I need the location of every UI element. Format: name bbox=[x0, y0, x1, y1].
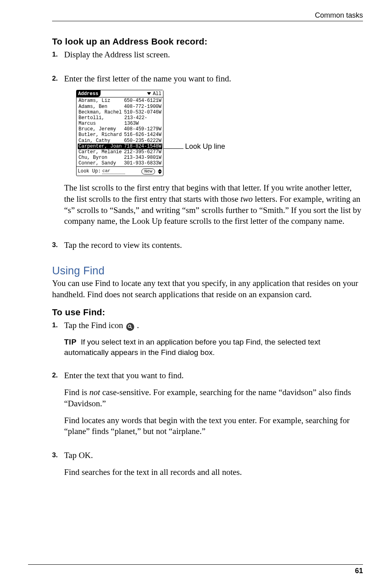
address-phone: 516-626-1424W bbox=[124, 132, 161, 138]
address-name: Carter, Melanie bbox=[79, 149, 122, 155]
step-explanation: The list scrolls to the first entry that… bbox=[64, 182, 363, 227]
palm-screen: Address All Abrams, Liz650-454-6121WAdam… bbox=[76, 90, 163, 176]
footer-rule bbox=[28, 564, 363, 565]
address-phone: 650-235-6222W bbox=[124, 138, 161, 144]
svg-point-0 bbox=[128, 325, 131, 328]
address-phone: 408-459-1279W bbox=[124, 126, 161, 132]
step-text: Enter the first letter of the name you w… bbox=[64, 73, 363, 85]
address-phone: 301-933-6833W bbox=[124, 160, 161, 166]
callout-label: Look Up line bbox=[185, 142, 225, 152]
procedure-title-find: To use Find: bbox=[52, 307, 363, 318]
address-name: Adams, Ben bbox=[79, 104, 107, 109]
address-row[interactable]: Conner, Sandy301-933-6833W bbox=[78, 160, 162, 166]
app-title: Address bbox=[77, 90, 101, 97]
new-button[interactable]: New bbox=[141, 168, 155, 174]
address-row[interactable]: Carter, Melanie212-395-6277W bbox=[78, 149, 162, 155]
address-row[interactable]: Bertolli, Marcus213-422-1363W bbox=[78, 115, 162, 126]
step-text: Display the Address list screen. bbox=[64, 49, 363, 61]
address-row[interactable]: Chu, Byron213-343-9801W bbox=[78, 155, 162, 160]
step-number: 2. bbox=[52, 73, 64, 83]
find-step-3: 3. Tap OK. Find searches for the text in… bbox=[52, 450, 363, 483]
address-screenshot-figure: Address All Abrams, Liz650-454-6121WAdam… bbox=[76, 90, 363, 176]
address-name: Butler, Richard bbox=[79, 132, 122, 138]
address-phone: 212-395-6277W bbox=[124, 149, 161, 155]
address-row[interactable]: Carpenter, Joan718-824-1548W bbox=[78, 144, 162, 149]
lookup-input[interactable]: car bbox=[102, 168, 125, 174]
step-number: 1. bbox=[52, 320, 64, 329]
find-step-1: 1. Tap the Find icon . TIP If you select… bbox=[52, 320, 363, 363]
dropdown-triangle-icon bbox=[147, 92, 151, 95]
address-phone: 408-772-1900W bbox=[124, 104, 161, 109]
address-phone: 213-343-9801W bbox=[124, 155, 161, 160]
lookup-bar: Look Up: car New bbox=[77, 166, 163, 176]
procedure-title-lookup: To look up an Address Book record: bbox=[52, 36, 363, 47]
section-intro: You can use Find to locate any text that… bbox=[52, 278, 363, 300]
address-name: Chu, Byron bbox=[79, 155, 107, 160]
address-row[interactable]: Abrams, Liz650-454-6121W bbox=[78, 98, 162, 103]
step-explanation: Find searches for the text in all record… bbox=[64, 467, 363, 478]
category-picker[interactable]: All bbox=[147, 91, 163, 97]
page-number: 61 bbox=[355, 567, 363, 575]
address-list[interactable]: Abrams, Liz650-454-6121WAdams, Ben408-77… bbox=[77, 97, 163, 166]
address-name: Beckman, Rachel bbox=[79, 109, 122, 115]
scroll-arrows[interactable] bbox=[158, 169, 162, 174]
address-row[interactable]: Adams, Ben408-772-1900W bbox=[78, 104, 162, 109]
tip-block: TIP If you select text in an application… bbox=[64, 337, 363, 357]
address-row[interactable]: Butler, Richard516-626-1424W bbox=[78, 132, 162, 138]
scroll-down-icon bbox=[158, 172, 162, 174]
step-number: 3. bbox=[52, 240, 64, 249]
address-row[interactable]: Cain, Cathy650-235-6222W bbox=[78, 138, 162, 144]
palm-titlebar: Address All bbox=[77, 90, 163, 97]
lookup-label: Look Up: bbox=[78, 168, 101, 174]
address-name: Cain, Cathy bbox=[79, 138, 110, 144]
find-step-2: 2. Enter the text that you want to find.… bbox=[52, 370, 363, 443]
step-explanation: Find is not case-sensitive. For example,… bbox=[64, 387, 363, 409]
section-heading-using-find: Using Find bbox=[52, 265, 363, 277]
callout: Look Up line bbox=[163, 115, 225, 152]
scroll-up-icon bbox=[158, 169, 162, 171]
address-phone: 650-454-6121W bbox=[124, 98, 161, 103]
step-text: Tap the Find icon . bbox=[64, 320, 363, 331]
step-explanation: Find locates any words that begin with t… bbox=[64, 415, 363, 437]
tip-text: If you select text in an application bef… bbox=[64, 338, 320, 357]
step-text: Enter the text that you want to find. bbox=[64, 370, 363, 381]
step-number: 3. bbox=[52, 450, 64, 459]
address-name: Abrams, Liz bbox=[79, 98, 110, 103]
running-header-text: Common tasks bbox=[315, 11, 363, 19]
running-header: Common tasks bbox=[52, 11, 363, 23]
tip-label: TIP bbox=[64, 338, 77, 346]
step-number: 2. bbox=[52, 370, 64, 379]
step-text: Tap the record to view its contents. bbox=[64, 240, 363, 251]
address-phone: 510-532-0746W bbox=[124, 109, 161, 115]
address-name: Carpenter, Joan bbox=[79, 144, 122, 149]
address-phone: 213-422-1363W bbox=[124, 115, 161, 126]
step-number: 1. bbox=[52, 49, 64, 59]
find-icon bbox=[126, 323, 134, 331]
svg-line-1 bbox=[131, 327, 132, 328]
address-name: Conner, Sandy bbox=[79, 160, 116, 166]
callout-leader-line bbox=[163, 148, 183, 149]
step-3: 3. Tap the record to view its contents. bbox=[52, 240, 363, 257]
step-text: Tap OK. bbox=[64, 450, 363, 461]
address-name: Bertolli, Marcus bbox=[79, 115, 124, 126]
category-label: All bbox=[153, 91, 161, 97]
header-rule bbox=[52, 21, 363, 21]
address-row[interactable]: Bruce, Jeremy408-459-1279W bbox=[78, 126, 162, 132]
step-2: 2. Enter the first letter of the name yo… bbox=[52, 73, 363, 233]
step-1: 1. Display the Address list screen. bbox=[52, 49, 363, 66]
address-row[interactable]: Beckman, Rachel510-532-0746W bbox=[78, 109, 162, 115]
address-phone: 718-824-1548W bbox=[124, 144, 161, 149]
address-name: Bruce, Jeremy bbox=[79, 126, 116, 132]
